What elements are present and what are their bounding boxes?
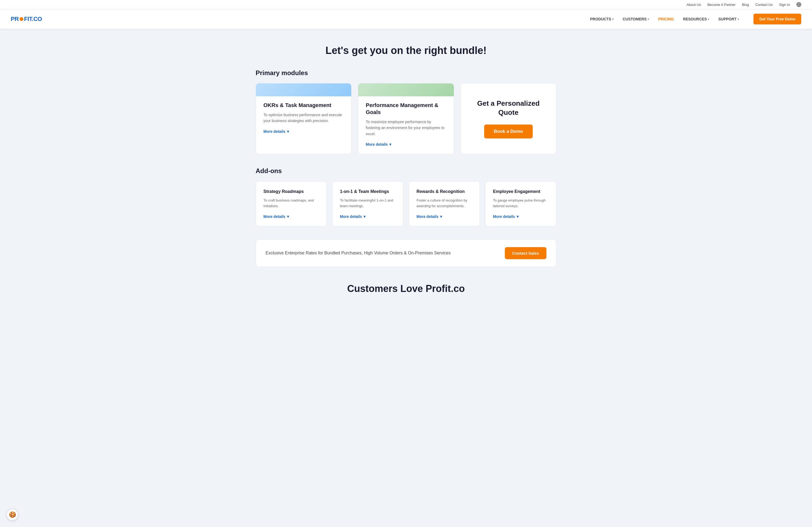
enterprise-banner: Exclusive Enterprise Rates for Bundled P… bbox=[256, 239, 556, 267]
get-free-demo-button[interactable]: Get Your Free Demo bbox=[753, 14, 801, 25]
nav-products[interactable]: PRODUCTS ▾ bbox=[586, 15, 617, 23]
blog-link[interactable]: Blog bbox=[742, 3, 749, 7]
sign-in-link[interactable]: Sign In bbox=[779, 3, 790, 7]
chevron-down-icon: ▾ bbox=[517, 214, 519, 219]
contact-us-link[interactable]: Contact Us bbox=[755, 3, 772, 7]
chevron-down-icon: ▾ bbox=[287, 214, 289, 219]
addons-heading: Add-ons bbox=[256, 167, 556, 175]
about-us-link[interactable]: About Us bbox=[686, 3, 701, 7]
chevron-down-icon: ▾ bbox=[364, 214, 365, 219]
performance-card-description: To maximize employee performance by fost… bbox=[366, 119, 446, 137]
addons-grid: Strategy Roadmaps To craft business road… bbox=[256, 181, 556, 226]
language-globe-icon[interactable] bbox=[796, 2, 801, 7]
performance-card-banner bbox=[358, 84, 453, 96]
chevron-down-icon: ▾ bbox=[738, 18, 739, 21]
nav-support[interactable]: SUPPORT ▾ bbox=[714, 15, 743, 23]
book-demo-button[interactable]: Book a Demo bbox=[484, 124, 533, 138]
one-on-one-meetings-more-details[interactable]: More details ▾ bbox=[340, 214, 395, 219]
primary-modules-grid: OKRs & Task Management To optimize busin… bbox=[256, 83, 556, 154]
strategy-roadmaps-title: Strategy Roadmaps bbox=[263, 189, 319, 195]
okrs-card-banner bbox=[256, 84, 351, 96]
logo-dot-icon bbox=[19, 17, 23, 21]
performance-management-card[interactable]: Performance Management & Goals To maximi… bbox=[358, 83, 454, 154]
rewards-recognition-more-details[interactable]: More details ▾ bbox=[417, 214, 472, 219]
logo-profit-text: PR bbox=[11, 16, 19, 22]
logo[interactable]: PRFIT.CO bbox=[11, 16, 42, 22]
performance-more-details[interactable]: More details ▾ bbox=[366, 142, 446, 147]
main-nav: PRFIT.CO PRODUCTS ▾ CUSTOMERS ▾ PRICING … bbox=[0, 10, 812, 29]
chevron-down-icon: ▾ bbox=[612, 18, 613, 21]
employee-engagement-card[interactable]: Employee Engagement To gauge employee pu… bbox=[485, 181, 556, 226]
rewards-recognition-description: Foster a culture of recognition by award… bbox=[417, 198, 472, 209]
enterprise-banner-text: Exclusive Enterprise Rates for Bundled P… bbox=[265, 251, 505, 255]
addons-section: Add-ons Strategy Roadmaps To craft busin… bbox=[256, 167, 556, 226]
chevron-down-icon: ▾ bbox=[440, 214, 442, 219]
top-bar: About Us Become A Partner Blog Contact U… bbox=[0, 0, 812, 10]
page-title: Let's get you on the right bundle! bbox=[256, 45, 556, 56]
okrs-task-management-card[interactable]: OKRs & Task Management To optimize busin… bbox=[256, 83, 351, 154]
chevron-down-icon: ▾ bbox=[648, 18, 649, 21]
quote-box-heading: Get a Personalized Quote bbox=[469, 99, 548, 117]
primary-modules-heading: Primary modules bbox=[256, 69, 556, 77]
okrs-card-title: OKRs & Task Management bbox=[263, 102, 344, 109]
employee-engagement-more-details[interactable]: More details ▾ bbox=[493, 214, 549, 219]
employee-engagement-description: To gauge employee pulse through tailored… bbox=[493, 198, 549, 209]
rewards-recognition-card[interactable]: Rewards & Recognition Foster a culture o… bbox=[409, 181, 480, 226]
page-content: Let's get you on the right bundle! Prima… bbox=[245, 29, 567, 321]
customers-heading: Customers Love Profit.co bbox=[256, 283, 556, 295]
customers-section: Customers Love Profit.co bbox=[256, 283, 556, 311]
rewards-recognition-title: Rewards & Recognition bbox=[417, 189, 472, 195]
chevron-down-icon: ▾ bbox=[708, 18, 709, 21]
primary-modules-section: Primary modules OKRs & Task Management T… bbox=[256, 69, 556, 154]
one-on-one-meetings-description: To facilitate meaningful 1-on-1 and team… bbox=[340, 198, 395, 209]
nav-customers[interactable]: CUSTOMERS ▾ bbox=[619, 15, 653, 23]
personalized-quote-box: Get a Personalized Quote Book a Demo bbox=[461, 83, 556, 154]
one-on-one-meetings-card[interactable]: 1-on-1 & Team Meetings To facilitate mea… bbox=[332, 181, 403, 226]
strategy-roadmaps-description: To craft business roadmaps, and initiati… bbox=[263, 198, 319, 209]
strategy-roadmaps-more-details[interactable]: More details ▾ bbox=[263, 214, 319, 219]
logo-fit-text: FIT.CO bbox=[24, 16, 42, 22]
nav-resources[interactable]: RESOURCES ▾ bbox=[679, 15, 713, 23]
nav-links: PRODUCTS ▾ CUSTOMERS ▾ PRICING RESOURCES… bbox=[586, 15, 742, 23]
okrs-card-description: To optimize business performance and exe… bbox=[263, 112, 344, 124]
employee-engagement-title: Employee Engagement bbox=[493, 189, 549, 195]
chevron-down-icon: ▾ bbox=[389, 142, 391, 147]
one-on-one-meetings-title: 1-on-1 & Team Meetings bbox=[340, 189, 395, 195]
okrs-more-details[interactable]: More details ▾ bbox=[263, 129, 344, 134]
chevron-down-icon: ▾ bbox=[287, 129, 289, 134]
performance-card-title: Performance Management & Goals bbox=[366, 102, 446, 116]
contact-sales-button[interactable]: Contact Sales bbox=[505, 247, 547, 259]
nav-pricing[interactable]: PRICING bbox=[654, 15, 678, 23]
become-partner-link[interactable]: Become A Partner bbox=[707, 3, 736, 7]
strategy-roadmaps-card[interactable]: Strategy Roadmaps To craft business road… bbox=[256, 181, 327, 226]
